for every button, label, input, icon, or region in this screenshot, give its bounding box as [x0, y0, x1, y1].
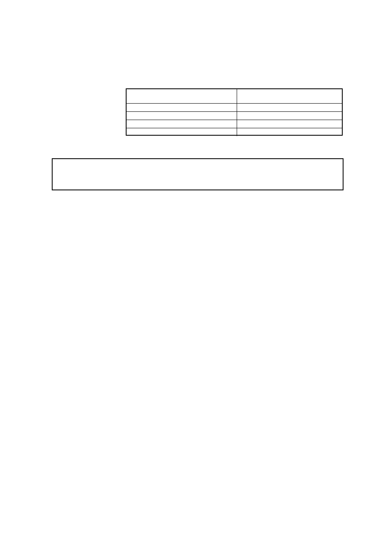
document-page [0, 0, 392, 555]
content-box [52, 158, 344, 190]
table-cell [127, 104, 237, 111]
table-cell [127, 112, 237, 120]
table-header-cell-1 [127, 89, 237, 103]
table-row [127, 104, 342, 112]
table-cell [127, 120, 237, 128]
table-cell [127, 128, 237, 136]
table-header-cell-2 [237, 89, 342, 103]
table-cell [237, 112, 342, 120]
data-table [126, 88, 343, 136]
table-header-row [127, 89, 342, 104]
table-cell [237, 120, 342, 128]
table-row [127, 128, 342, 136]
table-cell [237, 104, 342, 111]
table-row [127, 112, 342, 120]
table-cell [237, 128, 342, 136]
table-row [127, 120, 342, 128]
